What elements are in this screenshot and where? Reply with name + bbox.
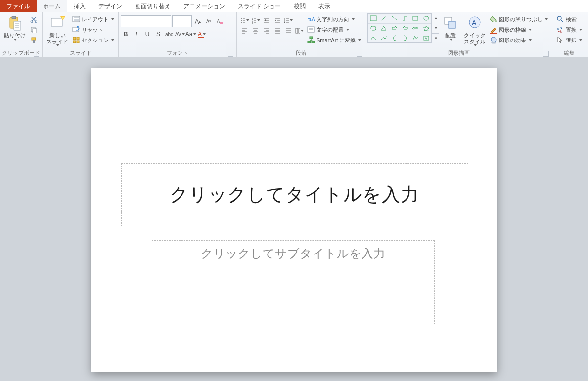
increase-indent-button[interactable] — [272, 15, 282, 25]
svg-rect-18 — [76, 19, 79, 21]
shape-textbox-icon[interactable]: A — [421, 33, 431, 42]
gallery-expand-icon[interactable]: ▼ — [432, 34, 439, 43]
underline-button[interactable]: U — [142, 29, 152, 39]
shape-effects-label: 図形の効果 — [499, 37, 526, 44]
svg-rect-1 — [12, 16, 16, 19]
tab-insert[interactable]: 挿入 — [67, 0, 92, 12]
format-painter-button[interactable] — [29, 35, 39, 45]
group-font-title: フォント — [167, 50, 188, 56]
tab-view[interactable]: 表示 — [312, 0, 337, 12]
shape-arc-icon[interactable] — [368, 33, 378, 42]
shape-fill-button[interactable]: 図形の塗りつぶし — [489, 14, 549, 24]
smartart-icon — [307, 36, 315, 44]
numbering-button[interactable]: 123 — [251, 15, 261, 25]
text-direction-button[interactable]: ⇅A 文字列の方向 — [306, 14, 362, 24]
arrange-button[interactable]: 配置 — [439, 13, 462, 42]
new-slide-button[interactable]: 新しい スライド — [45, 13, 70, 47]
font-family-combobox[interactable] — [121, 15, 171, 27]
group-slides: 新しい スライド レイアウト リセット セクション スライド — [43, 12, 119, 58]
bullets-button[interactable] — [240, 15, 250, 25]
svg-point-96 — [491, 37, 496, 42]
shape-arrow-r-icon[interactable] — [389, 24, 400, 33]
line-spacing-button[interactable] — [283, 15, 293, 25]
change-case-button[interactable]: Aa — [186, 29, 196, 39]
drawing-dialog-launcher-icon[interactable] — [543, 51, 549, 57]
tab-home[interactable]: ホーム — [37, 0, 67, 12]
shape-rect-icon[interactable] — [368, 14, 378, 23]
shape-rect2-icon[interactable] — [410, 14, 421, 23]
font-dialog-launcher-icon[interactable] — [228, 51, 233, 57]
paragraph-dialog-launcher-icon[interactable] — [357, 51, 362, 57]
shape-oval-icon[interactable] — [421, 14, 431, 23]
shape-freeform-icon[interactable] — [410, 33, 421, 42]
shape-curve-icon[interactable] — [379, 33, 389, 42]
clear-formatting-button[interactable]: A — [215, 16, 225, 26]
copy-button[interactable] — [29, 25, 39, 35]
shape-roundrect-icon[interactable] — [368, 24, 378, 33]
grow-font-button[interactable]: A▴ — [193, 16, 203, 26]
chevron-down-icon — [182, 33, 185, 35]
subtitle-placeholder-text: クリックしてサブタイトルを入力 — [201, 246, 385, 261]
chevron-down-icon — [193, 33, 196, 35]
shape-rbrace-icon[interactable] — [400, 33, 410, 42]
paste-button[interactable]: 貼り付け — [2, 13, 28, 42]
tab-animations[interactable]: アニメーション — [177, 0, 231, 12]
shape-effects-button[interactable]: 図形の効果 — [489, 35, 549, 45]
shape-outline-button[interactable]: 図形の枠線 — [489, 25, 549, 35]
layout-button[interactable]: レイアウト — [71, 14, 115, 24]
quick-styles-button[interactable]: A クイック スタイル — [462, 13, 488, 47]
chevron-down-icon — [579, 29, 582, 31]
chevron-down-icon — [111, 18, 114, 20]
shape-arrow-l-icon[interactable] — [400, 24, 410, 33]
reset-button[interactable]: リセット — [71, 25, 115, 35]
char-spacing-button[interactable]: AV — [175, 29, 185, 39]
tab-design[interactable]: デザイン — [92, 0, 129, 12]
find-label: 検索 — [566, 16, 577, 23]
strikethrough-button[interactable]: abc — [164, 29, 174, 39]
bold-button[interactable]: B — [121, 29, 131, 39]
align-center-button[interactable] — [251, 26, 261, 36]
font-color-button[interactable]: A — [197, 29, 207, 39]
shape-line-icon[interactable] — [379, 14, 389, 23]
italic-button[interactable]: I — [132, 29, 141, 39]
align-text-button[interactable]: 文字の配置 — [306, 25, 362, 35]
shape-connector-icon[interactable] — [400, 14, 410, 23]
font-size-combobox[interactable] — [172, 15, 192, 27]
find-button[interactable]: 検索 — [555, 14, 583, 24]
shape-triangle-icon[interactable] — [379, 24, 389, 33]
chevron-down-icon — [579, 39, 582, 41]
shrink-font-button[interactable]: A▾ — [204, 16, 214, 26]
reset-icon — [72, 26, 80, 34]
section-button[interactable]: セクション — [71, 35, 115, 45]
tab-file[interactable]: ファイル — [0, 0, 37, 12]
tab-transitions[interactable]: 画面切り替え — [129, 0, 177, 12]
replace-button[interactable]: ab 置換 — [555, 25, 583, 35]
shape-line2-icon[interactable] — [389, 14, 400, 23]
svg-rect-70 — [299, 28, 300, 33]
select-button[interactable]: 選択 — [555, 35, 583, 45]
tab-review[interactable]: 校閲 — [287, 0, 312, 12]
svg-marker-87 — [381, 26, 386, 30]
slide-canvas[interactable]: クリックしてタイトルを入力 クリックしてサブタイトルを入力 — [91, 68, 497, 372]
align-left-button[interactable] — [240, 26, 250, 36]
cut-button[interactable] — [29, 14, 39, 24]
shapes-gallery-scroll[interactable]: ▲ ▼ ▼ — [432, 13, 439, 43]
shape-lbrace-icon[interactable] — [389, 33, 400, 42]
title-placeholder[interactable]: クリックしてタイトルを入力 — [121, 163, 468, 226]
shape-arrow-lr-icon[interactable] — [410, 24, 421, 33]
subtitle-placeholder[interactable]: クリックしてサブタイトルを入力 — [152, 240, 435, 324]
shape-star-icon[interactable] — [421, 24, 431, 33]
distributed-button[interactable] — [283, 26, 293, 36]
convert-smartart-button[interactable]: SmartArt に変換 — [306, 35, 362, 45]
scroll-down-icon[interactable]: ▼ — [432, 23, 439, 33]
clipboard-dialog-launcher-icon[interactable] — [34, 51, 39, 57]
align-right-button[interactable] — [262, 26, 271, 36]
shape-fill-label: 図形の塗りつぶし — [499, 16, 543, 23]
justify-button[interactable] — [272, 26, 282, 36]
shadow-button[interactable]: S — [153, 29, 163, 39]
tab-slideshow[interactable]: スライド ショー — [231, 0, 287, 12]
decrease-indent-button[interactable] — [262, 15, 271, 25]
columns-button[interactable] — [294, 26, 304, 36]
scroll-up-icon[interactable]: ▲ — [432, 13, 439, 23]
shapes-gallery[interactable]: A — [367, 13, 432, 43]
